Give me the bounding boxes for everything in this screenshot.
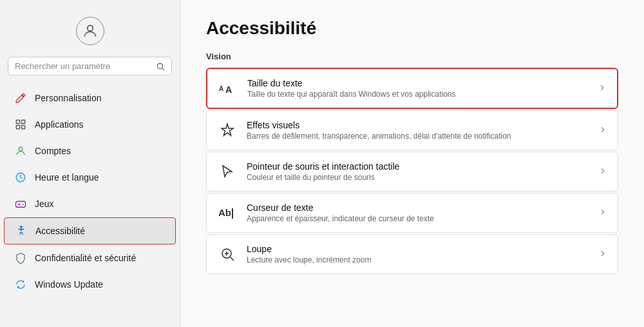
loupe-chevron (598, 249, 607, 260)
windows-update-icon (14, 278, 27, 291)
confidentialite-icon (14, 252, 27, 264)
sidebar-item-label-jeux: Jeux (35, 199, 54, 209)
loupe-icon (217, 244, 238, 264)
search-icon[interactable] (156, 62, 165, 71)
svg-rect-6 (22, 126, 25, 129)
sidebar-item-label-applications: Applications (35, 119, 84, 130)
personnalisation-icon (14, 92, 27, 104)
user-icon (82, 23, 99, 39)
sidebar-item-confidentialite[interactable]: Confidentialité et sécurité (4, 245, 176, 271)
svg-point-1 (157, 63, 162, 68)
sidebar-item-comptes[interactable]: Comptes (4, 138, 176, 164)
search-input[interactable] (15, 61, 151, 71)
svg-text:A: A (219, 85, 223, 92)
sidebar-item-label-comptes: Comptes (35, 146, 71, 156)
svg-rect-4 (22, 120, 25, 123)
sidebar-item-accessibilite[interactable]: Accessibilité (4, 217, 176, 244)
sidebar-item-label-heure-langue: Heure et langue (35, 172, 99, 183)
svg-rect-3 (16, 120, 19, 123)
taille-texte-chevron (598, 83, 607, 94)
sidebar-item-heure-langue[interactable]: Heure et langue (4, 164, 176, 190)
curseur-texte-name: Curseur de texte (247, 203, 589, 213)
avatar (76, 17, 104, 45)
sidebar-item-label-windows-update: Windows Update (35, 279, 103, 290)
jeux-icon (14, 197, 27, 210)
loupe-name: Loupe (247, 244, 589, 254)
sidebar-item-label-confidentialite: Confidentialité et sécurité (35, 253, 136, 263)
settings-list: AATaille du texteTaille du texte qui app… (206, 68, 618, 274)
svg-rect-5 (16, 126, 19, 129)
sidebar-item-personnalisation[interactable]: Personnalisation (4, 85, 176, 111)
setting-item-loupe[interactable]: LoupeLecture avec loupe, incrément zoom (206, 234, 618, 274)
setting-item-effets-visuels[interactable]: Effets visuelsBarres de défilement, tran… (206, 110, 618, 150)
curseur-texte-chevron (598, 208, 607, 219)
loupe-desc: Lecture avec loupe, incrément zoom (247, 255, 589, 264)
svg-point-10 (21, 226, 23, 228)
svg-point-0 (87, 25, 93, 31)
svg-point-7 (19, 147, 23, 151)
setting-item-pointeur-souris[interactable]: Pointeur de souris et interaction tactil… (206, 152, 618, 192)
pointeur-souris-name: Pointeur de souris et interaction tactil… (247, 161, 589, 172)
taille-texte-desc: Taille du texte qui apparaît dans Window… (247, 90, 589, 99)
main-content: Accessibilité Vision AATaille du texteTa… (180, 0, 644, 327)
svg-text:A: A (225, 84, 232, 95)
setting-item-taille-texte[interactable]: AATaille du texteTaille du texte qui app… (206, 68, 618, 109)
search-bar[interactable] (8, 57, 172, 75)
taille-texte-name: Taille du texte (247, 78, 589, 88)
comptes-icon (14, 144, 27, 157)
svg-line-2 (162, 68, 164, 70)
svg-line-16 (231, 257, 234, 261)
sidebar-item-label-accessibilite: Accessibilité (35, 226, 85, 236)
svg-rect-9 (16, 201, 26, 207)
effets-visuels-name: Effets visuels (247, 120, 589, 130)
accessibilite-icon (15, 224, 28, 237)
svg-text:Ab: Ab (218, 207, 231, 218)
sidebar-item-applications[interactable]: Applications (4, 112, 176, 137)
avatar-section (0, 10, 180, 57)
section-title: Vision (206, 52, 618, 61)
applications-icon (14, 118, 27, 131)
pointeur-souris-desc: Couleur et taille du pointeur de souris (247, 173, 589, 182)
sidebar-item-jeux[interactable]: Jeux (4, 191, 176, 217)
taille-texte-icon: AA (218, 78, 238, 99)
sidebar-item-label-personnalisation: Personnalisation (35, 93, 102, 103)
effets-visuels-chevron (598, 125, 607, 136)
effets-visuels-icon (217, 120, 238, 141)
pointeur-souris-icon (217, 161, 238, 182)
page-title: Accessibilité (206, 18, 618, 39)
sidebar-item-windows-update[interactable]: Windows Update (4, 272, 176, 297)
sidebar: PersonnalisationApplicationsComptesHeure… (0, 0, 180, 327)
curseur-texte-icon: Ab (217, 203, 238, 223)
curseur-texte-desc: Apparence et épaisseur, indicateur de cu… (247, 214, 589, 223)
heure-langue-icon (14, 171, 27, 184)
setting-item-curseur-texte[interactable]: AbCurseur de texteApparence et épaisseur… (206, 193, 618, 233)
nav-list: PersonnalisationApplicationsComptesHeure… (0, 84, 180, 298)
pointeur-souris-chevron (598, 166, 607, 177)
effets-visuels-desc: Barres de défilement, transparence, anim… (247, 132, 589, 141)
